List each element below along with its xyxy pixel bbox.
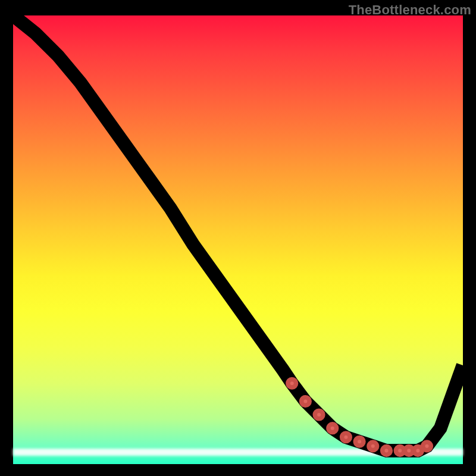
curve-marker (302, 397, 310, 406)
curve-marker (315, 411, 323, 419)
curve-svg (13, 15, 463, 464)
curve-marker (369, 442, 377, 450)
plot-area (13, 15, 463, 464)
chart-frame: TheBottleneck.com (0, 0, 476, 476)
curve-marker (355, 438, 364, 446)
curve-marker (328, 424, 337, 433)
curve-marker (288, 379, 296, 387)
curve-marker (383, 447, 391, 455)
curve-markers (288, 379, 431, 455)
curve-marker (342, 433, 350, 441)
curve-marker (423, 442, 431, 450)
curve-line (13, 15, 463, 450)
curve-marker (414, 447, 422, 455)
